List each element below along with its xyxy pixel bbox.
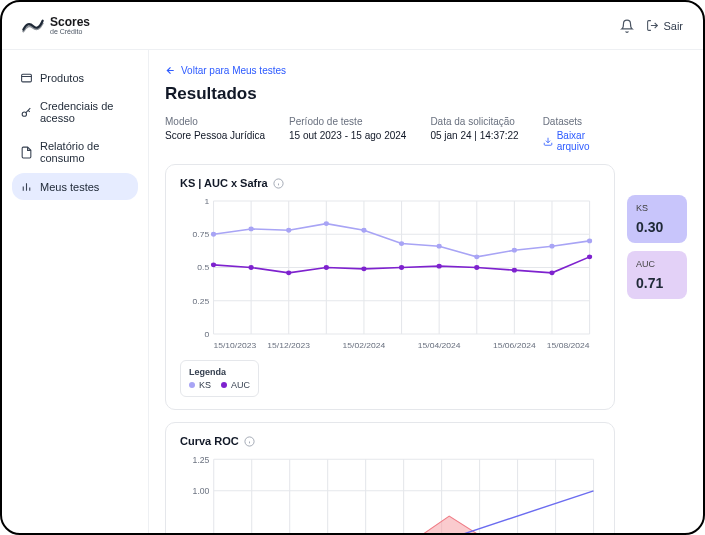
ks-auc-chart-title: KS | AUC x Safra bbox=[180, 177, 600, 189]
brand-logo: Scores de Crédito bbox=[22, 16, 90, 35]
info-icon[interactable] bbox=[244, 436, 255, 447]
svg-text:15/08/2024: 15/08/2024 bbox=[547, 341, 590, 350]
sidebar-item-label: Meus testes bbox=[40, 181, 99, 193]
legend-item-auc: AUC bbox=[221, 380, 250, 390]
back-link[interactable]: Voltar para Meus testes bbox=[165, 65, 286, 76]
svg-text:15/02/2024: 15/02/2024 bbox=[343, 341, 386, 350]
svg-text:15/04/2024: 15/04/2024 bbox=[418, 341, 461, 350]
notifications-button[interactable] bbox=[620, 19, 634, 33]
svg-point-41 bbox=[324, 221, 329, 226]
svg-point-45 bbox=[474, 254, 479, 259]
svg-text:15/12/2023: 15/12/2023 bbox=[267, 341, 310, 350]
key-icon bbox=[20, 106, 33, 119]
svg-point-42 bbox=[361, 228, 366, 233]
roc-chart-title: Curva ROC bbox=[180, 435, 600, 447]
sidebar-item-meus-testes[interactable]: Meus testes bbox=[12, 173, 138, 200]
sidebar-item-label: Relatório de consumo bbox=[40, 140, 130, 164]
bell-icon bbox=[620, 19, 634, 33]
svg-rect-1 bbox=[22, 74, 32, 82]
logout-icon bbox=[646, 19, 659, 32]
ks-auc-chart-card: KS | AUC x Safra 00.250.50.75115/10/2023… bbox=[165, 164, 615, 410]
svg-point-40 bbox=[286, 228, 291, 233]
legend-title: Legenda bbox=[189, 367, 250, 377]
meta-period-label: Período de teste bbox=[289, 116, 406, 127]
meta-model-label: Modelo bbox=[165, 116, 265, 127]
svg-point-54 bbox=[399, 265, 404, 270]
svg-point-53 bbox=[361, 266, 366, 271]
stat-card-auc: AUC 0.71 bbox=[627, 251, 687, 299]
brand-title: Scores bbox=[50, 16, 90, 28]
download-icon bbox=[543, 136, 553, 147]
chart-legend: Legenda KS AUC bbox=[180, 360, 259, 397]
svg-text:0.5: 0.5 bbox=[197, 264, 209, 273]
document-icon bbox=[20, 146, 33, 159]
svg-text:1: 1 bbox=[204, 197, 209, 206]
stat-card-ks: KS 0.30 bbox=[627, 195, 687, 243]
stat-ks-label: KS bbox=[636, 203, 678, 213]
svg-text:15/10/2023: 15/10/2023 bbox=[214, 341, 257, 350]
svg-point-55 bbox=[437, 264, 442, 269]
ks-auc-chart: 00.250.50.75115/10/202315/12/202315/02/2… bbox=[190, 197, 596, 352]
svg-point-52 bbox=[324, 265, 329, 270]
brand-subtitle: de Crédito bbox=[50, 28, 90, 35]
download-button[interactable]: Baixar arquivo bbox=[543, 130, 615, 152]
roc-chart: 1.001.25 bbox=[190, 455, 600, 534]
logout-label: Sair bbox=[663, 20, 683, 32]
sidebar-item-label: Produtos bbox=[40, 72, 84, 84]
svg-point-49 bbox=[211, 262, 216, 267]
roc-chart-card: Curva ROC 1.001.25 bbox=[165, 422, 615, 534]
meta-row: Modelo Score Pessoa Jurídica Período de … bbox=[165, 116, 615, 152]
arrow-left-icon bbox=[165, 65, 176, 76]
legend-item-ks: KS bbox=[189, 380, 211, 390]
sidebar: Produtos Credenciais de acesso Relatório… bbox=[2, 50, 149, 534]
page-title: Resultados bbox=[165, 84, 615, 104]
svg-text:0.75: 0.75 bbox=[193, 230, 210, 239]
svg-point-50 bbox=[249, 265, 254, 270]
svg-text:1.00: 1.00 bbox=[193, 486, 210, 496]
meta-requested-value: 05 jan 24 | 14:37:22 bbox=[430, 130, 518, 141]
stat-auc-value: 0.71 bbox=[636, 275, 678, 291]
app-header: Scores de Crédito Sair bbox=[2, 2, 703, 50]
svg-point-39 bbox=[249, 227, 254, 232]
svg-text:15/06/2024: 15/06/2024 bbox=[493, 341, 536, 350]
svg-point-58 bbox=[549, 270, 554, 275]
download-label: Baixar arquivo bbox=[557, 130, 615, 152]
svg-text:0: 0 bbox=[204, 330, 209, 339]
svg-point-47 bbox=[549, 244, 554, 249]
svg-point-57 bbox=[512, 268, 517, 273]
meta-requested-label: Data da solicitação bbox=[430, 116, 518, 127]
back-label: Voltar para Meus testes bbox=[181, 65, 286, 76]
svg-point-38 bbox=[211, 232, 216, 237]
svg-point-51 bbox=[286, 270, 291, 275]
stats-column: KS 0.30 AUC 0.71 bbox=[627, 167, 687, 534]
svg-point-43 bbox=[399, 241, 404, 246]
stat-ks-value: 0.30 bbox=[636, 219, 678, 235]
svg-point-56 bbox=[474, 265, 479, 270]
svg-point-48 bbox=[587, 239, 592, 244]
svg-text:0.25: 0.25 bbox=[193, 297, 210, 306]
bar-chart-icon bbox=[20, 180, 33, 193]
logout-button[interactable]: Sair bbox=[646, 19, 683, 32]
svg-point-44 bbox=[437, 244, 442, 249]
svg-point-59 bbox=[587, 254, 592, 259]
sidebar-item-label: Credenciais de acesso bbox=[40, 100, 130, 124]
logo-icon bbox=[22, 19, 44, 33]
sidebar-item-credenciais[interactable]: Credenciais de acesso bbox=[12, 93, 138, 131]
box-icon bbox=[20, 71, 33, 84]
sidebar-item-relatorio[interactable]: Relatório de consumo bbox=[12, 133, 138, 171]
sidebar-item-produtos[interactable]: Produtos bbox=[12, 64, 138, 91]
info-icon[interactable] bbox=[273, 178, 284, 189]
meta-model-value: Score Pessoa Jurídica bbox=[165, 130, 265, 141]
stat-auc-label: AUC bbox=[636, 259, 678, 269]
meta-period-value: 15 out 2023 - 15 ago 2024 bbox=[289, 130, 406, 141]
svg-point-46 bbox=[512, 248, 517, 253]
meta-datasets-label: Datasets bbox=[543, 116, 615, 127]
svg-text:1.25: 1.25 bbox=[193, 455, 210, 465]
